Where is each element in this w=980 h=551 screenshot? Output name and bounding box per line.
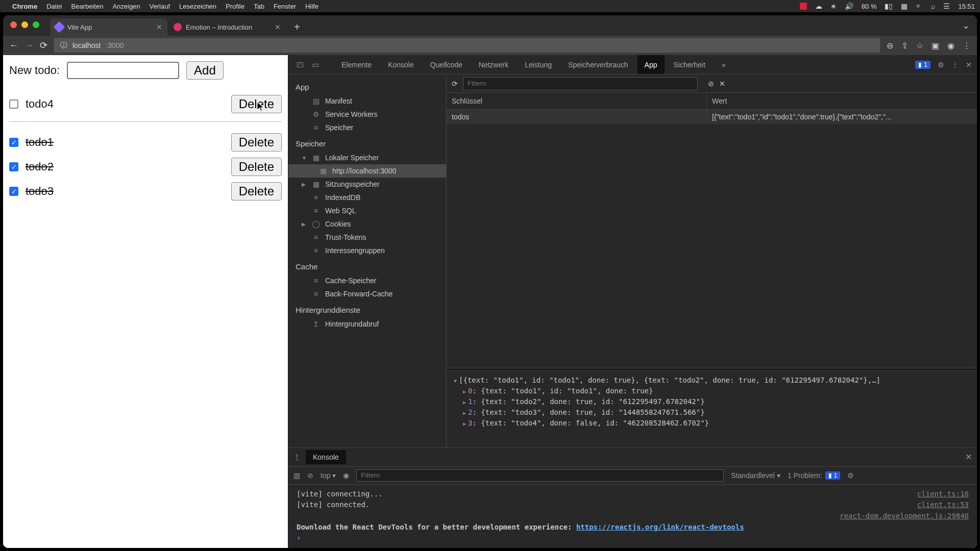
sidebar-item-session-storage[interactable]: ▶▦Sitzungsspeicher	[288, 178, 446, 191]
bluetooth-icon[interactable]: ∗	[830, 2, 837, 10]
kebab-menu-icon[interactable]: ⋮	[963, 41, 971, 51]
clear-console-icon[interactable]: ⊘	[307, 471, 313, 480]
devtools-tab[interactable]: Netzwerk	[472, 55, 516, 74]
control-center-icon[interactable]: ☰	[943, 2, 950, 10]
close-drawer-icon[interactable]: ✕	[965, 452, 972, 462]
devtools-sidebar[interactable]: App ▤Manifest ⚙Service Workers ≡Speicher…	[288, 74, 447, 447]
chevron-right-icon[interactable]: ▶	[463, 389, 466, 394]
devtools-tab[interactable]: Leistung	[518, 55, 559, 74]
browser-tab-active[interactable]: Vite App ✕	[50, 18, 167, 36]
url-input[interactable]: ⓘ localhost:3000	[54, 38, 880, 53]
close-window-icon[interactable]	[10, 21, 17, 28]
extensions-icon[interactable]: ▣	[932, 41, 939, 51]
console-filter-input[interactable]	[356, 469, 724, 482]
chevron-down-icon[interactable]: ▼	[302, 155, 307, 161]
chevron-right-icon[interactable]: ▶	[302, 221, 307, 227]
zoom-icon[interactable]: ⊖	[887, 41, 893, 51]
battery-icon[interactable]: ▮▯	[885, 2, 893, 10]
status-icon[interactable]: ☁	[815, 2, 822, 10]
sidebar-item-websql[interactable]: ≡Web SQL	[288, 204, 446, 217]
menu-item[interactable]: Bearbeiten	[71, 3, 103, 10]
menu-item[interactable]: Hilfe	[305, 3, 318, 10]
devtools-tab-active[interactable]: App	[638, 55, 665, 74]
browser-tab[interactable]: Emotion – Introduction ✕	[168, 18, 286, 36]
console-settings-icon[interactable]: ⚙	[847, 471, 854, 480]
close-tab-icon[interactable]: ✕	[156, 23, 162, 31]
devtools-tab[interactable]: Quellcode	[423, 55, 470, 74]
devtools-tab[interactable]: Elemente	[334, 55, 379, 74]
delete-button[interactable]: Delete	[231, 158, 282, 176]
forward-icon[interactable]: →	[24, 40, 34, 51]
record-icon[interactable]	[800, 3, 807, 10]
todo-checkbox[interactable]: ✓	[9, 138, 18, 147]
level-select[interactable]: Standardlevel ▾	[731, 471, 780, 480]
tray-icon[interactable]: ▦	[901, 2, 908, 10]
clear-icon[interactable]: ⊘	[708, 80, 714, 88]
drawer-tab-console[interactable]: Konsole	[306, 450, 346, 464]
sidebar-item-indexeddb[interactable]: ≡IndexedDB	[288, 191, 446, 204]
wifi-icon[interactable]: ᯤ	[916, 2, 923, 10]
chevron-right-icon[interactable]: ▶	[302, 182, 307, 187]
menu-item[interactable]: Datei	[46, 3, 62, 10]
console-sidebar-icon[interactable]: ▥	[293, 471, 300, 480]
sidebar-item-bg-fetch[interactable]: ↥Hintergrundabruf	[288, 317, 446, 331]
close-devtools-icon[interactable]: ✕	[966, 61, 972, 69]
kebab-menu-icon[interactable]: ⋮	[951, 61, 959, 69]
kebab-menu-icon[interactable]: ⋮	[293, 453, 301, 461]
issues-badge[interactable]: ▮ 1	[915, 61, 930, 69]
sidebar-item-storage[interactable]: ≡Speicher	[288, 121, 446, 134]
console-source[interactable]: client.ts:16	[917, 489, 969, 500]
storage-row[interactable]: todos [{"text":"todo1","id":"todo1","don…	[447, 110, 977, 124]
menu-item[interactable]: Lesezeichen	[179, 3, 216, 10]
new-tab-button[interactable]: +	[287, 18, 307, 36]
refresh-icon[interactable]: ⟳	[452, 80, 458, 88]
bookmark-icon[interactable]: ☆	[916, 41, 923, 51]
menu-item[interactable]: Verlauf	[150, 3, 170, 10]
sidebar-item-local-origin[interactable]: ▦http://localhost:3000	[288, 164, 446, 178]
share-icon[interactable]: ⇪	[901, 41, 908, 51]
console-output[interactable]: [vite] connecting...client.ts:16 [vite] …	[288, 485, 977, 548]
chevron-right-icon[interactable]: ▶	[463, 399, 466, 405]
menu-item[interactable]: Tab	[254, 3, 264, 10]
console-source[interactable]: client.ts:53	[917, 499, 969, 511]
add-button[interactable]: Add	[186, 61, 224, 80]
col-value[interactable]: Wert	[707, 93, 977, 109]
chevron-right-icon[interactable]: ▶	[463, 410, 466, 416]
todo-checkbox[interactable]	[9, 99, 18, 109]
console-source[interactable]: react-dom.development.js:29840	[840, 511, 969, 522]
chrome-chevron-icon[interactable]: ⌄	[962, 20, 970, 31]
back-icon[interactable]: ←	[9, 40, 18, 51]
react-devtools-link[interactable]: https://reactjs.org/link/react-devtools	[576, 523, 744, 531]
delete-button[interactable]: Delete	[231, 182, 282, 201]
chevron-right-icon[interactable]: ▶	[463, 421, 466, 427]
menu-item[interactable]: Profile	[226, 3, 244, 10]
sidebar-item-local-storage[interactable]: ▼▦Lokaler Speicher	[288, 151, 446, 164]
menu-item[interactable]: Fenster	[274, 3, 296, 10]
delete-button[interactable]: Delete	[231, 95, 282, 113]
storage-preview[interactable]: ▼[{text: "todo1", id: "todo1", done: tru…	[447, 371, 977, 447]
sidebar-item-service-workers[interactable]: ⚙Service Workers	[288, 108, 446, 121]
live-expression-icon[interactable]: ◉	[343, 471, 349, 480]
settings-icon[interactable]: ⚙	[938, 61, 944, 69]
sidebar-item-interest-groups[interactable]: ≡Interessengruppen	[288, 244, 446, 257]
sidebar-item-trust-tokens[interactable]: ≡Trust-Tokens	[288, 231, 446, 244]
close-tab-icon[interactable]: ✕	[275, 23, 281, 31]
new-todo-input[interactable]	[67, 62, 179, 79]
devtools-overflow-icon[interactable]: »	[715, 55, 733, 74]
todo-checkbox[interactable]: ✓	[9, 162, 18, 171]
storage-empty-area[interactable]	[447, 124, 977, 368]
clock[interactable]: 15:51	[958, 3, 975, 10]
search-icon[interactable]: ⌕	[931, 2, 935, 10]
device-mode-icon[interactable]: ▭	[309, 60, 322, 69]
inspect-icon[interactable]: ⮹	[293, 60, 307, 69]
col-key[interactable]: Schlüssel	[447, 93, 707, 109]
devtools-tab[interactable]: Speicherverbrauch	[561, 55, 635, 74]
sidebar-item-cache-storage[interactable]: ≡Cache-Speicher	[288, 274, 446, 287]
reload-icon[interactable]: ⟳	[40, 40, 47, 51]
menu-item[interactable]: Anzeigen	[112, 3, 140, 10]
delete-entry-icon[interactable]: ✕	[719, 80, 725, 88]
delete-button[interactable]: Delete	[231, 133, 282, 152]
minimize-window-icon[interactable]	[21, 21, 28, 28]
volume-icon[interactable]: 🔊	[845, 2, 853, 10]
site-info-icon[interactable]: ⓘ	[60, 41, 67, 50]
